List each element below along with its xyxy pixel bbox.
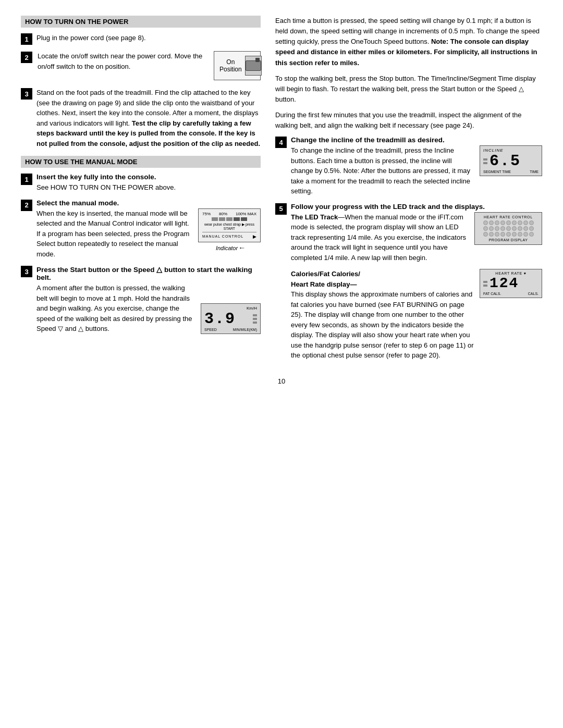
program-display-label: PROGRAM DISPLAY <box>478 238 538 242</box>
speed-ind2 <box>253 318 257 320</box>
step3-row: 3 Stand on the foot pads of the treadmil… <box>21 88 261 149</box>
speed-ind1 <box>253 314 257 316</box>
led-dot <box>523 220 528 225</box>
step5-row: 5 Follow your progress with the LED trac… <box>275 203 542 361</box>
speed-value: 3.9 <box>204 311 251 327</box>
section1-header: HOW TO TURN ON THE POWER <box>21 16 261 28</box>
led-grid-container <box>478 220 538 237</box>
mc-manual-label: MANUAL CONTROL <box>202 235 243 238</box>
manual-step3-row: 3 Press the Start button or the Speed △ … <box>21 265 261 334</box>
speed-side-indicators <box>253 314 257 324</box>
manual-step1-content: Insert the key fully into the console. S… <box>36 173 261 193</box>
led-dot <box>523 232 528 237</box>
led-dot <box>506 232 511 237</box>
incline-display-box: INCLINE 6.5 SEGMENT TIME TIME <box>480 145 542 176</box>
switch-graphic <box>245 56 262 76</box>
led-track-text: The LED Track—When the manual mode or th… <box>291 212 469 263</box>
manual-step2-number: 2 <box>21 200 32 211</box>
switch-indicator <box>255 58 260 62</box>
switch-shape <box>246 60 261 71</box>
speed-bottom-labels: SPEED MIN/MILE(km) <box>204 328 257 331</box>
step5-content: Follow your progress with the LED track … <box>291 203 542 361</box>
step4-title: Change the incline of the treadmill as d… <box>291 136 542 144</box>
right-para2: To stop the walking belt, press the Stop… <box>275 73 542 105</box>
right-para1-bold: Note: The console can display speed and … <box>275 38 537 66</box>
led-dot <box>529 226 534 231</box>
manual-step2-title: Select the manual mode. <box>36 199 261 207</box>
led-dot <box>506 226 511 231</box>
step4-number: 4 <box>275 137 287 148</box>
led-display-box: HEART RATE CONTROL <box>474 212 542 245</box>
step3-number: 3 <box>21 88 32 100</box>
speed-display-inner: 3.9 <box>204 311 257 327</box>
led-dot <box>500 220 505 225</box>
manual-step3-text: A moment after the button is pressed, th… <box>36 283 195 334</box>
led-dot <box>489 226 494 231</box>
led-dot <box>512 226 517 231</box>
mc-bar1 <box>212 217 218 221</box>
calories-title: Calories/Fat Calories/Heart Rate display… <box>291 270 360 288</box>
step4-content: Change the incline of the treadmill as d… <box>291 136 542 196</box>
step1-number: 1 <box>21 33 32 45</box>
section2-header: HOW TO USE THE MANUAL MODE <box>21 156 261 168</box>
mc-top-row: 75% 80% 100% MAX <box>202 212 256 216</box>
incline-inner: 6.5 <box>483 153 538 169</box>
right-column: Each time a button is pressed, the speed… <box>275 16 542 367</box>
calories-text: Calories/Fat Calories/Heart Rate display… <box>291 269 474 361</box>
indicator-arrow: ↑ <box>237 246 246 250</box>
manual-step3-title: Press the Start button or the Speed △ bu… <box>36 265 261 281</box>
mc-pct1: 75% <box>202 212 211 216</box>
indicator-label: Indicator <box>216 245 238 251</box>
indicator-label-row: Indicator ↑ <box>216 244 243 252</box>
hr-display-box: HEART RATE ♥ 124 FAT CALS. CALS. <box>480 269 542 298</box>
manual-step2-text: When the key is inserted, the manual mod… <box>36 208 193 260</box>
hr-title-label: HEART RATE ♥ <box>483 272 538 275</box>
manual-step2-content: Select the manual mode. When the key is … <box>36 199 261 260</box>
manual-step3-content: Press the Start button or the Speed △ bu… <box>36 265 261 334</box>
speed-display-container: Km/H 3.9 <box>201 303 261 334</box>
led-track-row: The LED Track—When the manual mode or th… <box>291 212 542 263</box>
speed-display-box: Km/H 3.9 <box>201 303 261 334</box>
calories-row: Calories/Fat Calories/Heart Rate display… <box>291 269 542 361</box>
step2-content: Locate the on/off switch near the power … <box>38 51 209 71</box>
manual-step1-number: 1 <box>21 174 32 185</box>
step4-body: To change the incline of the treadmill, … <box>291 145 542 196</box>
manual-control-box: 75% 80% 100% MAX wear pu <box>198 208 261 242</box>
led-dot <box>500 226 505 231</box>
mc-bar2 <box>219 217 225 221</box>
step5-title: Follow your progress with the LED track … <box>291 203 542 211</box>
mc-pct2: 80% <box>219 212 227 216</box>
led-dot <box>523 226 528 231</box>
manual-step2-body: When the key is inserted, the manual mod… <box>36 208 261 260</box>
mc-bars-row <box>202 217 256 221</box>
led-dot <box>529 220 534 225</box>
led-dot <box>512 220 517 225</box>
step3-bold-text: Test the clip by carefully taking a few … <box>36 119 260 147</box>
step4-row: 4 Change the incline of the treadmill as… <box>275 136 542 196</box>
led-dot <box>495 226 499 231</box>
step4-text: To change the incline of the treadmill, … <box>291 145 474 196</box>
led-dot <box>529 232 534 237</box>
speed-ind3 <box>253 322 257 324</box>
led-dot <box>500 232 505 237</box>
led-dot <box>518 220 522 225</box>
incline-value: 6.5 <box>489 153 521 169</box>
hr-bottom-labels: FAT CALS. CALS. <box>483 292 538 295</box>
manual-step1-title: Insert the key fully into the console. <box>36 173 261 181</box>
step3-text: Stand on the foot pads of the treadmill.… <box>36 88 261 149</box>
on-label: OnPosition <box>219 58 242 73</box>
incline-ind1 <box>483 158 487 161</box>
led-dot <box>489 220 494 225</box>
mc-bar4 <box>234 217 240 221</box>
on-position-box: OnPosition <box>214 51 261 80</box>
hr-control-title: HEART RATE CONTROL <box>478 215 538 219</box>
step2-row: 2 Locate the on/off switch near the powe… <box>21 51 261 80</box>
mc-bar3 <box>226 217 232 221</box>
right-para1: Each time a button is pressed, the speed… <box>275 16 542 68</box>
hr-ind2 <box>483 285 487 287</box>
led-dot <box>483 232 488 237</box>
right-para3: During the first few minutes that you us… <box>275 110 542 131</box>
page-number: 10 <box>21 377 542 385</box>
speed-label: SPEED <box>204 328 217 331</box>
hr-value: 124 <box>489 276 519 291</box>
